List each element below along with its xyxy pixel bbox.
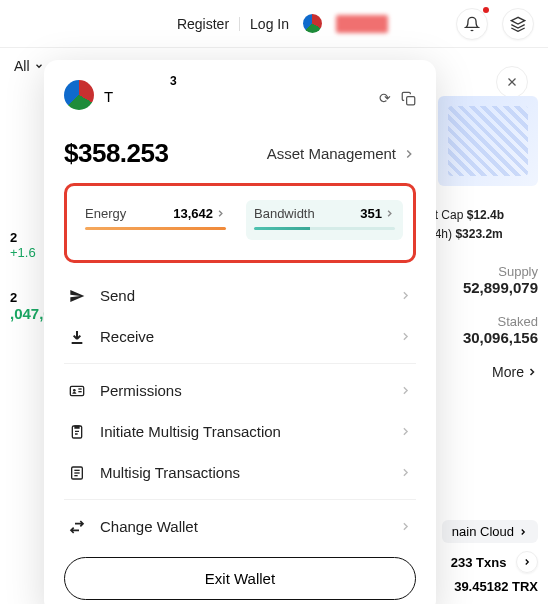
receive-icon xyxy=(68,329,86,345)
account-name: T xyxy=(104,88,113,105)
exit-wallet-button[interactable]: Exit Wallet xyxy=(64,557,416,600)
filter-all-label: All xyxy=(14,58,30,74)
illustration-icon xyxy=(438,96,538,186)
register-link[interactable]: Register xyxy=(177,16,229,32)
txns-value: 233 Txns xyxy=(451,555,507,570)
day-value: $323.2m xyxy=(455,227,502,241)
chevron-right-icon xyxy=(402,147,416,161)
resources-highlight: Energy 13,642 Bandwidth 351 xyxy=(64,183,416,263)
notifications-button[interactable] xyxy=(456,8,488,40)
top-bar: Register Log In xyxy=(0,0,548,48)
account-badge: 3 xyxy=(170,74,177,88)
avatar-icon xyxy=(64,80,94,110)
trx-value: 39.45182 TRX xyxy=(454,579,538,594)
clipboard-icon xyxy=(68,424,86,440)
chevron-right-icon xyxy=(399,520,412,533)
wallet-popover: 3 T ⟳ $358.253 Asset Management Energy 1… xyxy=(44,60,436,604)
refresh-icon[interactable]: ⟳ xyxy=(379,90,391,106)
login-link[interactable]: Log In xyxy=(250,16,289,32)
brand-logo-icon xyxy=(303,14,322,33)
menu-initiate-multisig[interactable]: Initiate Multisig Transaction xyxy=(64,411,416,452)
energy-bar xyxy=(85,227,226,230)
chain-pill[interactable]: nain Cloud xyxy=(442,520,538,543)
auth-links: Register Log In xyxy=(177,16,289,32)
market-cap-value: $12.4b xyxy=(467,208,504,222)
chevron-right-icon xyxy=(399,384,412,397)
bg-right-panel: et Cap $12.4b 24h) $323.2m Supply 52,899… xyxy=(428,96,538,380)
close-button[interactable] xyxy=(496,66,528,98)
bell-icon xyxy=(464,16,480,32)
balance-value: $358.253 xyxy=(64,138,168,169)
menu-receive[interactable]: Receive xyxy=(64,316,416,357)
menu-change-wallet[interactable]: Change Wallet xyxy=(64,506,416,547)
svg-point-4 xyxy=(73,389,76,392)
bandwidth-bar xyxy=(254,227,395,230)
menu-separator xyxy=(64,363,416,364)
asset-management-link[interactable]: Asset Management xyxy=(267,145,416,162)
supply-label: Supply xyxy=(428,264,538,279)
balance-row: $358.253 Asset Management xyxy=(64,138,416,169)
filter-all-dropdown[interactable]: All xyxy=(14,58,44,74)
chevron-right-icon xyxy=(399,330,412,343)
notification-dot-icon xyxy=(483,7,489,13)
menu-separator xyxy=(64,499,416,500)
bg-bottom-panel: nain Cloud 233 Txns 39.45182 TRX xyxy=(442,520,538,594)
chevron-right-icon xyxy=(399,289,412,302)
id-card-icon xyxy=(68,383,86,399)
brand-text xyxy=(336,15,388,33)
chevron-right-icon xyxy=(526,366,538,378)
asset-management-label: Asset Management xyxy=(267,145,396,162)
bandwidth-label: Bandwidth xyxy=(254,206,315,221)
menu-multisig-transactions[interactable]: Multisig Transactions xyxy=(64,452,416,493)
chevron-right-icon xyxy=(518,527,528,537)
menu-initiate-multisig-label: Initiate Multisig Transaction xyxy=(100,423,281,440)
chevron-right-icon xyxy=(522,557,532,567)
staked-stat: Staked 30,096,156 xyxy=(428,314,538,346)
menu-permissions-label: Permissions xyxy=(100,382,182,399)
bandwidth-value: 351 xyxy=(360,206,382,221)
send-icon xyxy=(68,288,86,304)
energy-card[interactable]: Energy 13,642 xyxy=(77,200,234,240)
close-icon xyxy=(505,75,519,89)
divider xyxy=(239,17,240,31)
staked-value: 30,096,156 xyxy=(428,329,538,346)
scroll-next-button[interactable] xyxy=(516,551,538,573)
wallet-menu: Send Receive Permissions Initiate Multis… xyxy=(64,275,416,547)
menu-multisig-tx-label: Multisig Transactions xyxy=(100,464,240,481)
more-link[interactable]: More xyxy=(428,364,538,380)
list-icon xyxy=(68,465,86,481)
chevron-right-icon xyxy=(399,425,412,438)
supply-stat: Supply 52,899,079 xyxy=(428,264,538,296)
supply-value: 52,899,079 xyxy=(428,279,538,296)
energy-label: Energy xyxy=(85,206,126,221)
menu-send-label: Send xyxy=(100,287,135,304)
menu-permissions[interactable]: Permissions xyxy=(64,370,416,411)
chevron-right-icon xyxy=(399,466,412,479)
swap-icon xyxy=(68,519,86,535)
chevron-right-icon xyxy=(384,208,395,219)
menu-receive-label: Receive xyxy=(100,328,154,345)
chevron-down-icon xyxy=(34,61,44,71)
menu-send[interactable]: Send xyxy=(64,275,416,316)
more-label: More xyxy=(492,364,524,380)
bandwidth-card[interactable]: Bandwidth 351 xyxy=(246,200,403,240)
chain-label: nain Cloud xyxy=(452,524,514,539)
svg-rect-2 xyxy=(407,96,415,104)
stack-icon xyxy=(510,16,526,32)
copy-icon[interactable] xyxy=(401,91,416,106)
library-button[interactable] xyxy=(502,8,534,40)
menu-change-wallet-label: Change Wallet xyxy=(100,518,198,535)
staked-label: Staked xyxy=(428,314,538,329)
popover-header: T ⟳ xyxy=(64,80,416,110)
chevron-right-icon xyxy=(215,208,226,219)
energy-value: 13,642 xyxy=(173,206,213,221)
